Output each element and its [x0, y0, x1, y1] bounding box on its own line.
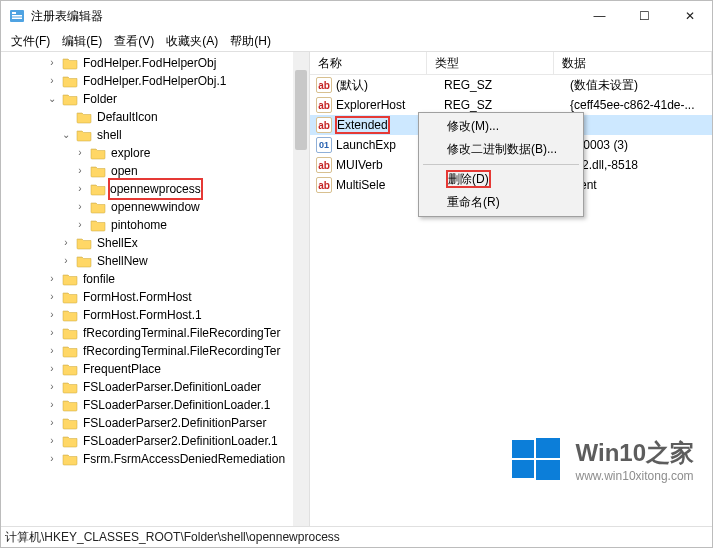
value-row[interactable]: ab(默认)REG_SZ(数值未设置): [310, 75, 712, 95]
expander-closed-icon[interactable]: ›: [73, 216, 87, 234]
values-pane: 名称 类型 数据 ab(默认)REG_SZ(数值未设置)abExplorerHo…: [310, 52, 712, 526]
col-data[interactable]: 数据: [554, 52, 712, 74]
col-type[interactable]: 类型: [427, 52, 554, 74]
tree-item[interactable]: ›FodHelper.FodHelperObj.1: [3, 72, 309, 90]
ctx-delete[interactable]: 删除(D): [421, 168, 581, 191]
expander-closed-icon[interactable]: ›: [73, 162, 87, 180]
reg-binary-icon: 01: [316, 137, 332, 153]
expander-open-icon[interactable]: ⌄: [45, 90, 59, 108]
expander-closed-icon[interactable]: ›: [45, 54, 59, 72]
expander-open-icon[interactable]: ⌄: [59, 126, 73, 144]
tree-pane: ›FodHelper.FodHelperObj›FodHelper.FodHel…: [1, 52, 310, 526]
expander-closed-icon[interactable]: ›: [45, 342, 59, 360]
tree-item-label: FSLoaderParser2.DefinitionParser: [81, 414, 268, 432]
tree-item-label: opennewprocess: [108, 178, 203, 200]
expander-closed-icon[interactable]: ›: [45, 306, 59, 324]
tree-item-label: shell: [95, 126, 124, 144]
value-type: REG_SZ: [436, 98, 562, 112]
expander-closed-icon[interactable]: ›: [45, 396, 59, 414]
tree-item[interactable]: ›FormHost.FormHost: [3, 288, 309, 306]
expander-closed-icon[interactable]: ›: [59, 252, 73, 270]
expander-closed-icon[interactable]: ›: [73, 180, 87, 198]
expander-closed-icon[interactable]: ›: [45, 324, 59, 342]
folder-icon: [90, 218, 106, 232]
tree-item-label: FrequentPlace: [81, 360, 163, 378]
menu-help[interactable]: 帮助(H): [224, 33, 277, 50]
minimize-button[interactable]: —: [577, 1, 622, 31]
menu-view[interactable]: 查看(V): [108, 33, 160, 50]
value-data: ll32.dll,-8518: [562, 158, 712, 172]
tree-item[interactable]: ›pintohome: [3, 216, 309, 234]
value-type: REG_SZ: [436, 78, 562, 92]
tree-scroll-thumb[interactable]: [295, 70, 307, 150]
folder-icon: [62, 380, 78, 394]
tree-scrollbar[interactable]: [293, 52, 309, 526]
menu-edit[interactable]: 编辑(E): [56, 33, 108, 50]
svg-rect-7: [536, 460, 560, 480]
value-name: ExplorerHost: [336, 98, 436, 112]
reg-string-icon: ab: [316, 177, 332, 193]
tree-item-label: Folder: [81, 90, 119, 108]
titlebar: 注册表编辑器 — ☐ ✕: [1, 1, 712, 31]
maximize-button[interactable]: ☐: [622, 1, 667, 31]
tree-item[interactable]: ›fonfile: [3, 270, 309, 288]
tree-item[interactable]: ›opennewwindow: [3, 198, 309, 216]
tree-item[interactable]: ›fRecordingTerminal.FileRecordingTer: [3, 324, 309, 342]
ctx-rename[interactable]: 重命名(R): [421, 191, 581, 214]
expander-closed-icon[interactable]: ›: [45, 288, 59, 306]
tree-item[interactable]: ›explore: [3, 144, 309, 162]
tree-item-label: fRecordingTerminal.FileRecordingTer: [81, 342, 282, 360]
tree-item[interactable]: ⌄Folder: [3, 90, 309, 108]
expander-closed-icon[interactable]: ›: [59, 234, 73, 252]
tree-item[interactable]: ›ShellEx: [3, 234, 309, 252]
tree-item[interactable]: ›ShellNew: [3, 252, 309, 270]
menu-favorites[interactable]: 收藏夹(A): [160, 33, 224, 50]
tree-item[interactable]: ›FrequentPlace: [3, 360, 309, 378]
tree-item-label: FormHost.FormHost.1: [81, 306, 204, 324]
tree-item-label: FormHost.FormHost: [81, 288, 194, 306]
svg-rect-3: [12, 18, 22, 20]
ctx-modify-binary[interactable]: 修改二进制数据(B)...: [421, 138, 581, 161]
value-data: 000003 (3): [562, 138, 712, 152]
expander-closed-icon[interactable]: ›: [45, 378, 59, 396]
expander-closed-icon[interactable]: ›: [73, 144, 87, 162]
tree-item[interactable]: ›FSLoaderParser2.DefinitionParser: [3, 414, 309, 432]
menu-file[interactable]: 文件(F): [5, 33, 56, 50]
tree-item-label: Fsrm.FsrmAccessDeniedRemediation: [81, 450, 287, 468]
folder-icon: [76, 110, 92, 124]
folder-icon: [76, 254, 92, 268]
tree-item[interactable]: ›FSLoaderParser2.DefinitionLoader.1: [3, 432, 309, 450]
windows-logo-icon: [510, 434, 562, 486]
ctx-modify[interactable]: 修改(M)...: [421, 115, 581, 138]
tree-item[interactable]: ›FormHost.FormHost.1: [3, 306, 309, 324]
folder-icon: [62, 326, 78, 340]
expander-closed-icon[interactable]: ›: [45, 414, 59, 432]
expander-closed-icon[interactable]: ›: [45, 360, 59, 378]
tree-item-label: opennewwindow: [109, 198, 202, 216]
tree-item[interactable]: ›FodHelper.FodHelperObj: [3, 54, 309, 72]
folder-icon: [62, 272, 78, 286]
tree-item[interactable]: ›FSLoaderParser.DefinitionLoader: [3, 378, 309, 396]
tree-item[interactable]: ›opennewprocess: [3, 180, 309, 198]
close-button[interactable]: ✕: [667, 1, 712, 31]
tree-item[interactable]: ›fRecordingTerminal.FileRecordingTer: [3, 342, 309, 360]
tree-item[interactable]: ›DefaultIcon: [3, 108, 309, 126]
tree-item-label: ShellEx: [95, 234, 140, 252]
expander-closed-icon[interactable]: ›: [45, 72, 59, 90]
expander-closed-icon[interactable]: ›: [45, 450, 59, 468]
expander-closed-icon[interactable]: ›: [45, 270, 59, 288]
tree-item-label: FSLoaderParser.DefinitionLoader: [81, 378, 263, 396]
tree-item-label: FodHelper.FodHelperObj.1: [81, 72, 228, 90]
tree-item[interactable]: ›FSLoaderParser.DefinitionLoader.1: [3, 396, 309, 414]
tree-item[interactable]: ⌄shell: [3, 126, 309, 144]
watermark: Win10之家 www.win10xitong.com: [510, 434, 694, 486]
regedit-window: 注册表编辑器 — ☐ ✕ 文件(F) 编辑(E) 查看(V) 收藏夹(A) 帮助…: [0, 0, 713, 548]
statusbar: 计算机\HKEY_CLASSES_ROOT\Folder\shell\openn…: [1, 526, 712, 547]
tree-item[interactable]: ›Fsrm.FsrmAccessDeniedRemediation: [3, 450, 309, 468]
folder-icon: [62, 290, 78, 304]
menubar: 文件(F) 编辑(E) 查看(V) 收藏夹(A) 帮助(H): [1, 31, 712, 52]
expander-closed-icon[interactable]: ›: [45, 432, 59, 450]
expander-closed-icon[interactable]: ›: [73, 198, 87, 216]
col-name[interactable]: 名称: [310, 52, 427, 74]
tree-item-label: pintohome: [109, 216, 169, 234]
